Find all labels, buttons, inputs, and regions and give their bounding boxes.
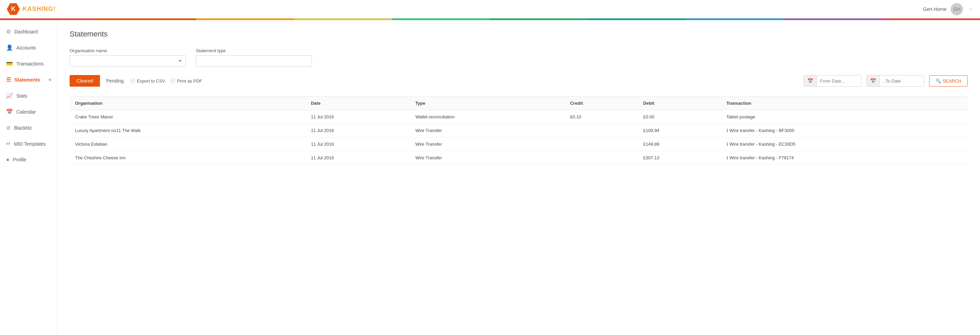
layout: ⚙ Dashboard 👤 Accounts 💳 Transactions ☰ … bbox=[0, 20, 980, 335]
sidebar-arrow-icon: ◀ bbox=[48, 78, 51, 82]
to-date-wrap: 📅 bbox=[866, 75, 924, 87]
profile-icon: ● bbox=[6, 157, 10, 163]
sidebar-label-calendar: Calendar bbox=[16, 109, 36, 114]
cell-transaction: ℹWire transfer - Kashing - F79174 bbox=[721, 151, 968, 165]
info-icon: ℹ bbox=[727, 128, 728, 133]
sidebar-label-blacklist: Blacklist bbox=[14, 125, 32, 131]
print-icon: 📄 bbox=[170, 78, 175, 84]
user-name: Gert Horne bbox=[923, 6, 947, 12]
mid-templates-icon: ✏ bbox=[6, 141, 11, 147]
page-title: Statements bbox=[70, 30, 968, 38]
cell-debit: £0.00 bbox=[638, 110, 721, 124]
statements-table: Organisation Date Type Credit Debit Tran… bbox=[70, 96, 968, 165]
cell-type: Wallet reconciliation bbox=[410, 110, 565, 124]
filter-form: Organisation name Statement type bbox=[70, 48, 968, 67]
logo-area: K KASHING! bbox=[7, 3, 56, 16]
calendar-from-icon: 📅 bbox=[804, 75, 817, 86]
sidebar-item-calendar[interactable]: 📅 Calendar bbox=[0, 104, 57, 120]
color-bar bbox=[0, 18, 980, 20]
cell-organisation: Victoria Esteban bbox=[70, 138, 305, 151]
col-header-transaction: Transaction bbox=[721, 97, 968, 110]
statement-type-input[interactable] bbox=[196, 55, 312, 67]
main-content: Statements Organisation name Statement t… bbox=[57, 20, 980, 335]
stats-icon: 📈 bbox=[6, 92, 13, 99]
print-pdf-button[interactable]: 📄 Print as PDF bbox=[170, 78, 202, 84]
cell-debit: £149.89 bbox=[638, 138, 721, 151]
cell-credit bbox=[565, 151, 638, 165]
from-date-wrap: 📅 bbox=[803, 75, 862, 87]
col-header-organisation: Organisation bbox=[70, 97, 305, 110]
search-button[interactable]: 🔍 SEARCH bbox=[929, 75, 968, 87]
col-header-debit: Debit bbox=[638, 97, 721, 110]
cell-debit: £307.13 bbox=[638, 151, 721, 165]
cell-transaction: ℹWire transfer - Kashing - BF3005 bbox=[721, 124, 968, 138]
cell-credit: £0.10 bbox=[565, 110, 638, 124]
statements-icon: ☰ bbox=[6, 76, 11, 83]
avatar: GH bbox=[951, 3, 963, 15]
cleared-button[interactable]: Cleared bbox=[70, 75, 100, 87]
cell-type: Wire Transfer bbox=[410, 138, 565, 151]
to-date-input[interactable] bbox=[880, 76, 924, 86]
sidebar-item-transactions[interactable]: 💳 Transactions bbox=[0, 56, 57, 71]
sidebar-item-dashboard[interactable]: ⚙ Dashboard bbox=[0, 24, 57, 40]
cell-date: 11 Jul 2016 bbox=[305, 110, 410, 124]
col-header-credit: Credit bbox=[565, 97, 638, 110]
logo-icon: K bbox=[7, 3, 20, 16]
pending-button[interactable]: Pending bbox=[105, 75, 125, 87]
table-row: Victoria Esteban11 Jul 2016Wire Transfer… bbox=[70, 138, 968, 151]
sidebar-item-accounts[interactable]: 👤 Accounts bbox=[0, 40, 57, 56]
cell-date: 11 Jul 2016 bbox=[305, 151, 410, 165]
person-icon: 👤 bbox=[6, 44, 13, 51]
sidebar-item-stats[interactable]: 📈 Stats bbox=[0, 88, 57, 104]
sidebar-label-statements: Statements bbox=[14, 77, 40, 83]
org-name-label: Organisation name bbox=[70, 48, 186, 53]
table-row: The Cheshire Cheese Inn11 Jul 2016Wire T… bbox=[70, 151, 968, 165]
transactions-icon: 💳 bbox=[6, 60, 13, 67]
cell-credit bbox=[565, 138, 638, 151]
topbar: K KASHING! Gert Horne GH → bbox=[0, 0, 980, 18]
search-icon: 🔍 bbox=[935, 78, 941, 84]
col-header-date: Date bbox=[305, 97, 410, 110]
sidebar-item-profile[interactable]: ● Profile bbox=[0, 152, 57, 167]
export-csv-button[interactable]: 📄 Export to CSV bbox=[130, 78, 165, 84]
gear-icon: ⚙ bbox=[6, 28, 11, 35]
cell-transaction: ℹWire transfer - Kashing - EC30D5 bbox=[721, 138, 968, 151]
sidebar-label-profile: Profile bbox=[13, 157, 27, 162]
cell-organisation: Crake Trees Manor bbox=[70, 110, 305, 124]
cell-type: Wire Transfer bbox=[410, 124, 565, 138]
table-header-row: Organisation Date Type Credit Debit Tran… bbox=[70, 97, 968, 110]
calendar-to-icon: 📅 bbox=[867, 75, 880, 86]
cell-organisation: The Cheshire Cheese Inn bbox=[70, 151, 305, 165]
sidebar: ⚙ Dashboard 👤 Accounts 💳 Transactions ☰ … bbox=[0, 20, 57, 335]
col-header-type: Type bbox=[410, 97, 565, 110]
table-row: Crake Trees Manor11 Jul 2016Wallet recon… bbox=[70, 110, 968, 124]
sidebar-label-dashboard: Dashboard bbox=[14, 29, 38, 35]
org-name-select[interactable] bbox=[70, 55, 186, 67]
org-name-group: Organisation name bbox=[70, 48, 186, 67]
calendar-icon: 📅 bbox=[6, 108, 13, 115]
cell-type: Wire Transfer bbox=[410, 151, 565, 165]
cell-date: 11 Jul 2016 bbox=[305, 138, 410, 151]
sidebar-item-statements[interactable]: ☰ Statements ◀ bbox=[0, 71, 57, 88]
from-date-input[interactable] bbox=[817, 76, 861, 86]
cell-debit: £109.94 bbox=[638, 124, 721, 138]
blacklist-icon: ⊘ bbox=[6, 124, 11, 131]
info-icon: ℹ bbox=[727, 141, 728, 147]
sidebar-item-blacklist[interactable]: ⊘ Blacklist bbox=[0, 120, 57, 136]
statement-type-group: Statement type bbox=[196, 48, 312, 67]
sidebar-label-transactions: Transactions bbox=[16, 61, 44, 67]
info-icon: ℹ bbox=[727, 155, 728, 160]
sidebar-label-accounts: Accounts bbox=[16, 45, 36, 51]
user-area: Gert Horne GH → bbox=[923, 3, 973, 15]
toolbar: Cleared Pending 📄 Export to CSV 📄 Print … bbox=[70, 75, 968, 87]
logout-icon[interactable]: → bbox=[967, 5, 973, 13]
export-icon: 📄 bbox=[130, 78, 135, 84]
cell-transaction: Tablet postage bbox=[721, 110, 968, 124]
sidebar-item-mid-templates[interactable]: ✏ MID Templates bbox=[0, 136, 57, 152]
logo-text: KASHING! bbox=[22, 5, 56, 13]
cell-date: 11 Jul 2016 bbox=[305, 124, 410, 138]
statement-type-label: Statement type bbox=[196, 48, 312, 53]
sidebar-label-stats: Stats bbox=[16, 93, 27, 98]
sidebar-label-mid-templates: MID Templates bbox=[14, 141, 46, 147]
cell-organisation: Luxury Apartment no11 The Walk bbox=[70, 124, 305, 138]
